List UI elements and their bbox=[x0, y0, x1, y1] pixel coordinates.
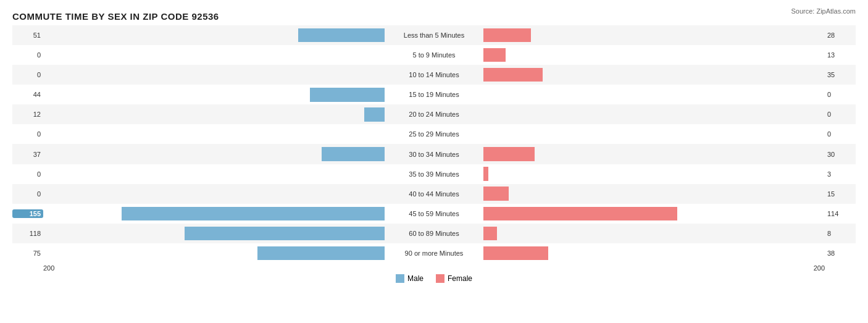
bars-wrapper: 15 to 19 Minutes bbox=[43, 85, 825, 104]
chart-title: COMMUTE TIME BY SEX IN ZIP CODE 92536 bbox=[12, 11, 856, 22]
female-value: 3 bbox=[825, 170, 856, 178]
male-bar-area bbox=[43, 227, 385, 240]
male-bar bbox=[185, 227, 385, 240]
row-label: 10 to 14 Minutes bbox=[385, 71, 483, 78]
bars-wrapper: 10 to 14 Minutes bbox=[43, 65, 825, 85]
female-value: 13 bbox=[825, 51, 856, 59]
row-label: 90 or more Minutes bbox=[385, 250, 483, 257]
female-value: 35 bbox=[825, 71, 856, 78]
female-legend-label: Female bbox=[448, 274, 472, 283]
female-legend-box bbox=[436, 274, 444, 283]
female-bar-area bbox=[483, 127, 825, 141]
chart-row: 118 60 to 89 Minutes 8 bbox=[12, 224, 856, 243]
chart-row: 0 5 to 9 Minutes 13 bbox=[12, 45, 856, 65]
female-bar bbox=[483, 187, 509, 200]
bars-wrapper: 90 or more Minutes bbox=[43, 243, 825, 263]
male-legend-label: Male bbox=[407, 274, 424, 283]
female-bar bbox=[483, 48, 506, 62]
male-bar bbox=[322, 147, 385, 161]
bars-wrapper: 25 to 29 Minutes bbox=[43, 124, 825, 144]
female-value: 38 bbox=[825, 250, 856, 257]
row-label: 35 to 39 Minutes bbox=[385, 170, 483, 178]
male-bar-area bbox=[43, 88, 385, 101]
female-bar bbox=[483, 68, 543, 82]
female-value: 114 bbox=[825, 210, 856, 217]
legend-female: Female bbox=[436, 274, 472, 283]
axis-right: 200 bbox=[814, 264, 825, 272]
female-value: 0 bbox=[825, 91, 856, 98]
chart-row: 12 20 to 24 Minutes 0 bbox=[12, 104, 856, 124]
row-label: 30 to 34 Minutes bbox=[385, 151, 483, 158]
axis-labels: 200 200 bbox=[12, 264, 856, 272]
row-label: 45 to 59 Minutes bbox=[385, 210, 483, 217]
legend: Male Female bbox=[12, 274, 856, 283]
male-value: 0 bbox=[12, 71, 43, 78]
female-bar-area bbox=[483, 48, 825, 62]
male-bar-area bbox=[43, 107, 385, 121]
male-bar bbox=[298, 28, 385, 42]
chart-row: 0 35 to 39 Minutes 3 bbox=[12, 164, 856, 184]
chart-row: 37 30 to 34 Minutes 30 bbox=[12, 144, 856, 164]
axis-left: 200 bbox=[43, 264, 54, 272]
male-bar bbox=[310, 88, 385, 101]
female-bar-area bbox=[483, 167, 825, 180]
male-bar-area bbox=[43, 187, 385, 200]
female-bar-area bbox=[483, 88, 825, 101]
female-bar-area bbox=[483, 68, 825, 82]
male-value: 51 bbox=[12, 31, 43, 39]
male-bar bbox=[122, 207, 385, 220]
female-value: 28 bbox=[825, 31, 856, 39]
row-label: 25 to 29 Minutes bbox=[385, 130, 483, 138]
bars-wrapper: 45 to 59 Minutes bbox=[43, 204, 825, 224]
male-bar bbox=[257, 246, 385, 260]
male-bar-area bbox=[43, 246, 385, 260]
female-bar bbox=[483, 147, 535, 161]
row-label: 40 to 44 Minutes bbox=[385, 190, 483, 198]
female-bar bbox=[483, 28, 531, 42]
female-value: 0 bbox=[825, 111, 856, 118]
male-bar bbox=[364, 107, 385, 121]
female-value: 30 bbox=[825, 151, 856, 158]
male-value: 0 bbox=[12, 51, 43, 59]
female-bar-area bbox=[483, 28, 825, 42]
chart-row: 51 Less than 5 Minutes 28 bbox=[12, 25, 856, 45]
row-label: 15 to 19 Minutes bbox=[385, 91, 483, 98]
rows-container: 51 Less than 5 Minutes 28 0 5 to 9 Minut… bbox=[12, 25, 856, 263]
male-legend-box bbox=[396, 274, 404, 283]
chart-row: 0 40 to 44 Minutes 15 bbox=[12, 184, 856, 204]
female-value: 15 bbox=[825, 190, 856, 198]
male-bar-area bbox=[43, 147, 385, 161]
male-value: 75 bbox=[12, 250, 43, 257]
bars-wrapper: 5 to 9 Minutes bbox=[43, 45, 825, 65]
chart-row: 0 10 to 14 Minutes 35 bbox=[12, 65, 856, 85]
row-label: 60 to 89 Minutes bbox=[385, 230, 483, 237]
male-bar-area bbox=[43, 28, 385, 42]
bars-wrapper: 35 to 39 Minutes bbox=[43, 164, 825, 184]
row-label: 20 to 24 Minutes bbox=[385, 111, 483, 118]
female-bar-area bbox=[483, 246, 825, 260]
chart-row: 155 45 to 59 Minutes 114 bbox=[12, 204, 856, 224]
bars-wrapper: 60 to 89 Minutes bbox=[43, 224, 825, 243]
female-bar-area bbox=[483, 227, 825, 240]
male-value: 0 bbox=[12, 190, 43, 198]
chart-area: 51 Less than 5 Minutes 28 0 5 to 9 Minut… bbox=[12, 25, 856, 282]
male-value: 155 bbox=[12, 209, 43, 218]
bars-wrapper: 40 to 44 Minutes bbox=[43, 184, 825, 204]
female-bar bbox=[483, 227, 497, 240]
chart-container: COMMUTE TIME BY SEX IN ZIP CODE 92536 So… bbox=[0, 0, 868, 323]
male-value: 37 bbox=[12, 151, 43, 158]
male-value: 118 bbox=[12, 230, 43, 237]
bars-wrapper: 20 to 24 Minutes bbox=[43, 104, 825, 124]
female-bar bbox=[483, 207, 677, 220]
chart-row: 0 25 to 29 Minutes 0 bbox=[12, 124, 856, 144]
female-bar-area bbox=[483, 207, 825, 220]
row-label: 5 to 9 Minutes bbox=[385, 51, 483, 59]
male-bar-area bbox=[43, 127, 385, 141]
male-bar-area bbox=[43, 167, 385, 180]
male-value: 0 bbox=[12, 130, 43, 138]
chart-row: 75 90 or more Minutes 38 bbox=[12, 243, 856, 263]
male-value: 44 bbox=[12, 91, 43, 98]
bars-wrapper: 30 to 34 Minutes bbox=[43, 144, 825, 164]
female-value: 0 bbox=[825, 130, 856, 138]
legend-male: Male bbox=[396, 274, 424, 283]
